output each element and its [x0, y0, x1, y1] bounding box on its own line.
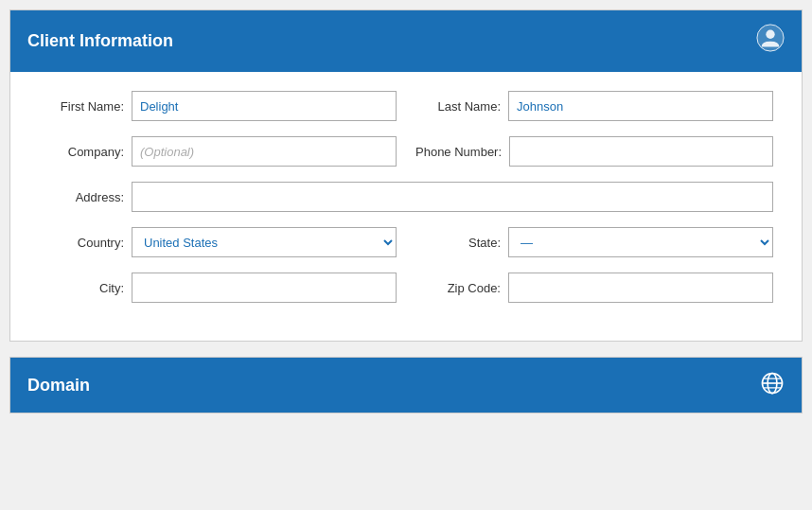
address-input[interactable] [132, 182, 773, 212]
phone-group: Phone Number: [415, 136, 773, 167]
domain-card: Domain [9, 357, 803, 413]
last-name-label: Last Name: [415, 99, 501, 114]
phone-input[interactable] [509, 136, 773, 167]
user-profile-icon [756, 24, 785, 59]
address-group: Address: [39, 182, 773, 212]
state-label: State: [415, 236, 501, 250]
country-select[interactable]: United States Canada United Kingdom Aust… [132, 227, 397, 257]
city-label: City: [39, 281, 124, 295]
company-input[interactable] [132, 136, 397, 167]
last-name-input[interactable] [508, 91, 773, 121]
client-card-header: Client Information [10, 10, 802, 72]
address-row: Address: [39, 182, 773, 212]
svg-point-1 [766, 30, 774, 39]
first-name-input[interactable] [132, 91, 397, 121]
zip-input[interactable] [508, 273, 773, 303]
client-card-title: Client Information [27, 31, 173, 51]
zip-group: Zip Code: [415, 273, 773, 303]
country-group: Country: United States Canada United Kin… [39, 227, 397, 257]
last-name-group: Last Name: [415, 91, 773, 121]
name-row: First Name: Last Name: [39, 91, 773, 121]
domain-card-title: Domain [27, 376, 90, 396]
company-group: Company: [39, 136, 397, 167]
client-information-card: Client Information First Name: Last Name… [9, 9, 803, 342]
city-input[interactable] [132, 273, 397, 303]
country-state-row: Country: United States Canada United Kin… [39, 227, 773, 257]
country-label: Country: [39, 236, 124, 250]
company-label: Company: [39, 145, 124, 159]
company-phone-row: Company: Phone Number: [39, 136, 773, 167]
address-label: Address: [39, 190, 124, 204]
client-card-body: First Name: Last Name: Company: Phone Nu… [10, 72, 802, 341]
city-group: City: [39, 273, 397, 303]
state-group: State: — Alabama Alaska Arizona Californ… [415, 227, 773, 257]
state-select[interactable]: — Alabama Alaska Arizona California Colo… [508, 227, 773, 257]
first-name-label: First Name: [39, 99, 124, 114]
phone-label: Phone Number: [415, 145, 502, 159]
domain-card-header: Domain [10, 358, 802, 413]
globe-icon [760, 371, 785, 399]
zip-label: Zip Code: [415, 281, 501, 295]
city-zip-row: City: Zip Code: [39, 273, 773, 303]
first-name-group: First Name: [39, 91, 397, 121]
